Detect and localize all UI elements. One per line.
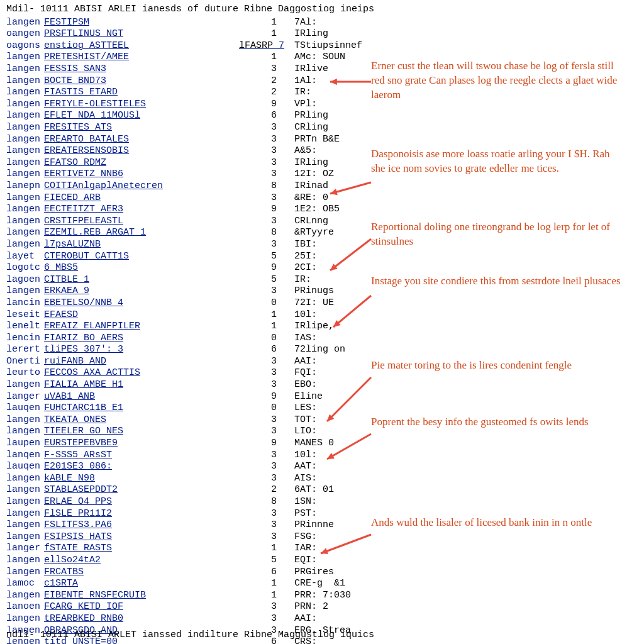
row-identifier[interactable]: 6 MBS5 bbox=[44, 262, 239, 274]
row-identifier[interactable]: FRESITES ATS bbox=[44, 122, 239, 134]
row-status: PRinnne bbox=[294, 519, 334, 531]
row-identifier[interactable]: COITIAnlgaplAnetecren bbox=[44, 180, 239, 192]
row-prefix: langen bbox=[6, 157, 44, 169]
row-identifier[interactable]: EFATSO RDMZ bbox=[44, 157, 239, 169]
row-identifier[interactable]: EZEMIL.REB ARGAT 1 bbox=[44, 227, 239, 239]
row-count: 3 bbox=[239, 414, 294, 426]
row-identifier[interactable]: CTEROBUT CATT1S bbox=[44, 251, 239, 263]
row-status: CRE-g &1 bbox=[294, 578, 345, 590]
row-identifier[interactable]: EFLET NDA 11MOUSl bbox=[44, 110, 239, 122]
log-rows: langenFESTIPSM17Al:oangenPRSFTLINUS NGT1… bbox=[6, 17, 638, 644]
row-count: 3 bbox=[239, 286, 294, 297]
row-identifier[interactable]: FERIYLE-OLESTIELES bbox=[44, 99, 239, 111]
row-identifier[interactable]: EURSTEPEBVBE9 bbox=[44, 438, 239, 450]
row-identifier[interactable]: enstiog ASTTEEL bbox=[44, 40, 239, 52]
row-identifier[interactable]: CRSTIFPELEASTL bbox=[44, 216, 239, 228]
row-identifier[interactable]: FlSLE PR11I2 bbox=[44, 508, 239, 520]
row-identifier[interactable]: ruiFANB AND bbox=[44, 356, 239, 368]
row-count: 6 bbox=[239, 567, 294, 579]
row-identifier[interactable]: FIARIZ BO AERS bbox=[44, 333, 239, 345]
row-identifier[interactable]: EREATERSENSOBIS bbox=[44, 145, 239, 157]
row-identifier[interactable]: FIECED ARB bbox=[44, 192, 239, 204]
log-row: langenBOCTE BND7321Al: bbox=[6, 75, 638, 87]
log-row: lagoenCITBLE 15IR: bbox=[6, 274, 638, 286]
row-count: 9 bbox=[239, 438, 294, 450]
row-prefix: langen bbox=[6, 590, 44, 602]
row-prefix: lauqen bbox=[6, 402, 44, 414]
row-status: &RE: 0 bbox=[294, 192, 328, 204]
log-row: langenEERTIVETZ NNB6312I: OZ bbox=[6, 169, 638, 180]
row-identifier[interactable]: CITBLE 1 bbox=[44, 274, 239, 286]
row-identifier[interactable]: FSIPSIS HATS bbox=[44, 531, 239, 543]
row-status: IR: bbox=[294, 87, 311, 99]
row-status: 2CI: bbox=[294, 262, 317, 274]
row-identifier[interactable]: TKEATA ONES bbox=[44, 414, 239, 426]
row-identifier[interactable]: EECTEITZT AER3 bbox=[44, 204, 239, 216]
row-prefix: lanepn bbox=[6, 180, 44, 192]
log-row: langenERLAE O4 PPS81SN: bbox=[6, 496, 638, 508]
row-count: 9 bbox=[239, 391, 294, 403]
row-status: TOT: bbox=[294, 414, 317, 426]
row-identifier[interactable]: EREAIZ ELANFPILER bbox=[44, 321, 239, 333]
log-row: langenFRCATBS6PRGires bbox=[6, 567, 638, 579]
row-identifier[interactable]: BOCTE BND73 bbox=[44, 75, 239, 87]
row-identifier[interactable]: FIASTIS ETARD bbox=[44, 87, 239, 99]
row-identifier[interactable]: EFAESD bbox=[44, 309, 239, 321]
row-prefix: langen bbox=[6, 567, 44, 579]
row-count: 1 bbox=[239, 543, 294, 555]
row-prefix: leurto bbox=[6, 367, 44, 379]
row-count: 6 bbox=[239, 344, 294, 356]
row-identifier[interactable]: EERTIVETZ NNB6 bbox=[44, 169, 239, 180]
log-row: langenTIEELER GO NES3LIO: bbox=[6, 426, 638, 438]
log-row: laupenEURSTEPEBVBE99MANES 0 bbox=[6, 438, 638, 450]
row-identifier[interactable]: FSLITFS3.PA6 bbox=[44, 519, 239, 531]
row-identifier[interactable]: F-SSS5_ARsST bbox=[44, 450, 239, 462]
row-prefix: langen bbox=[6, 613, 44, 625]
row-prefix: logotc bbox=[6, 262, 44, 274]
row-status: IRinad bbox=[294, 180, 328, 192]
row-status: PST: bbox=[294, 508, 317, 520]
row-identifier[interactable]: tliPES 307': 3 bbox=[44, 344, 239, 356]
row-identifier[interactable]: STABLASEPDDT2 bbox=[44, 484, 239, 496]
row-identifier[interactable]: FECCOS AXA ACTTIS bbox=[44, 367, 239, 379]
row-prefix: leseit bbox=[6, 309, 44, 321]
row-identifier[interactable]: ellSo24tA2 bbox=[44, 555, 239, 567]
row-status: 25I: bbox=[294, 251, 317, 263]
row-identifier[interactable]: ERLAE O4 PPS bbox=[44, 496, 239, 508]
row-identifier[interactable]: EBETELSO/NNB 4 bbox=[44, 297, 239, 309]
row-prefix: laupen bbox=[6, 438, 44, 450]
row-identifier[interactable]: kABLE N98 bbox=[44, 473, 239, 485]
row-identifier[interactable]: FUHCTARC11B E1 bbox=[44, 402, 239, 414]
row-count: 3 bbox=[239, 450, 294, 462]
row-identifier[interactable]: fSTATE RASTS bbox=[44, 543, 239, 555]
log-row: langenFESTIPSM17Al: bbox=[6, 17, 638, 29]
row-identifier[interactable]: ERKAEA 9 bbox=[44, 286, 239, 297]
row-status: IRlive bbox=[294, 64, 328, 75]
row-identifier[interactable]: uVAB1 ANB bbox=[44, 391, 239, 403]
row-prefix: langen bbox=[6, 473, 44, 485]
row-prefix: langen bbox=[6, 99, 44, 111]
row-identifier[interactable]: TIEELER GO NES bbox=[44, 426, 239, 438]
row-identifier[interactable]: FESSIS SAN3 bbox=[44, 64, 239, 75]
row-count: 3 bbox=[239, 64, 294, 75]
row-identifier[interactable]: c1SRTA bbox=[44, 578, 239, 590]
row-prefix: langen bbox=[6, 484, 44, 496]
log-row: langenFSIPSIS HATS3FSG: bbox=[6, 531, 638, 543]
row-identifier[interactable]: FRCATBS bbox=[44, 567, 239, 579]
row-count: 1 bbox=[239, 578, 294, 590]
row-identifier[interactable]: EREARTO_BATALES bbox=[44, 134, 239, 146]
row-count: 3 bbox=[239, 461, 294, 473]
row-identifier[interactable]: EIBENTE RNSFECRUIB bbox=[44, 590, 239, 602]
row-identifier[interactable]: FIALIA AMBE H1 bbox=[44, 379, 239, 391]
row-identifier[interactable]: l7psALUZNB bbox=[44, 239, 239, 251]
row-identifier[interactable]: PRETESHIST/AMEE bbox=[44, 52, 239, 64]
row-status: PRinugs bbox=[294, 286, 334, 297]
row-identifier[interactable]: tREARBKED RNB0 bbox=[44, 613, 239, 625]
row-identifier[interactable]: FCARG KETD IOF bbox=[44, 601, 239, 613]
row-identifier[interactable]: E201SE3 086: bbox=[44, 461, 239, 473]
row-identifier[interactable]: PRSFTLINUS NGT bbox=[44, 28, 239, 40]
row-prefix: lanqen bbox=[6, 450, 44, 462]
row-count: 1 bbox=[239, 309, 294, 321]
row-identifier[interactable]: FESTIPSM bbox=[44, 17, 239, 29]
row-count: 1 bbox=[239, 590, 294, 602]
